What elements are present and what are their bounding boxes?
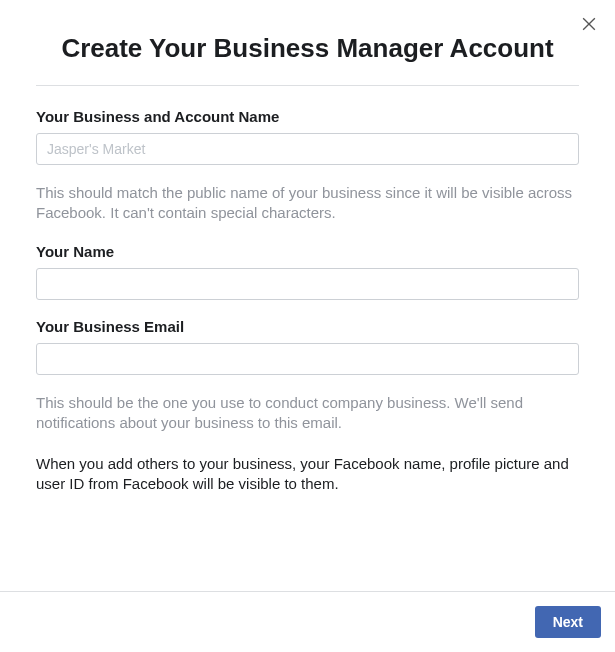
your-name-input[interactable]	[36, 268, 579, 300]
dialog-body: Create Your Business Manager Account You…	[0, 0, 615, 494]
divider	[36, 85, 579, 86]
business-name-helper: This should match the public name of you…	[36, 183, 579, 224]
dialog-footer: Next	[0, 591, 615, 652]
field-business-name: Your Business and Account Name	[36, 108, 579, 165]
field-business-email: Your Business Email	[36, 318, 579, 375]
business-email-helper: This should be the one you use to conduc…	[36, 393, 579, 434]
business-email-input[interactable]	[36, 343, 579, 375]
disclosure-text: When you add others to your business, yo…	[36, 454, 579, 495]
business-name-label: Your Business and Account Name	[36, 108, 579, 125]
dialog-title: Create Your Business Manager Account	[36, 32, 579, 65]
field-your-name: Your Name	[36, 243, 579, 300]
next-button[interactable]: Next	[535, 606, 601, 638]
close-icon[interactable]	[579, 14, 599, 34]
your-name-label: Your Name	[36, 243, 579, 260]
business-email-label: Your Business Email	[36, 318, 579, 335]
business-name-input[interactable]	[36, 133, 579, 165]
